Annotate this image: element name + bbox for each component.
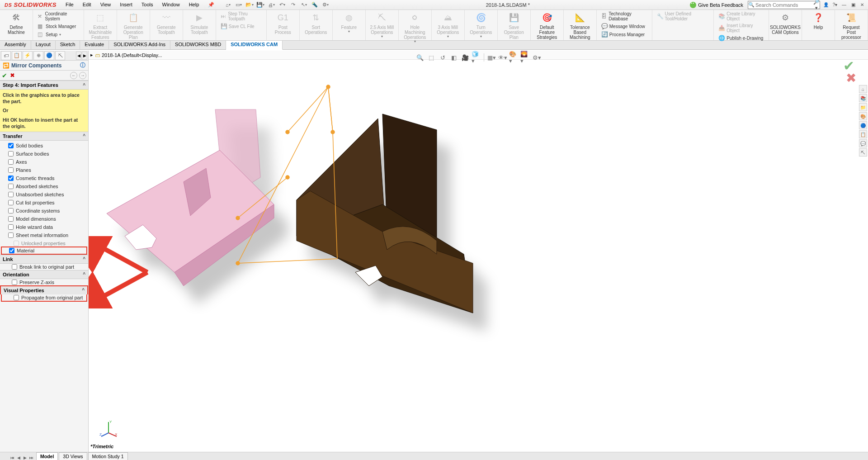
save-op-plan-button[interactable]: 💾Save Operation Plan xyxy=(500,11,528,41)
beta-feedback-button[interactable]: Give Beta Feedback xyxy=(690,2,743,8)
user-defined-tool-button[interactable]: 🔧User Defined Tool/Holder xyxy=(655,11,711,22)
config-manager-tab[interactable]: ⚡ xyxy=(23,51,33,60)
transfer-option-4[interactable]: Cosmetic threads xyxy=(1,175,87,181)
minimize-icon[interactable]: — xyxy=(840,1,848,9)
turn-operations-button[interactable]: 🌀Turn Operations▾ xyxy=(467,11,495,40)
transfer-option-0[interactable]: Solid bodies xyxy=(1,142,87,149)
visual-properties-header[interactable]: Visual Properties^ xyxy=(0,285,88,294)
coordinate-system-button[interactable]: ⤧Coordinate System xyxy=(36,11,81,22)
restore-icon[interactable]: ▣ xyxy=(849,1,857,9)
propagate-checkbox[interactable]: Propagate from original part xyxy=(2,294,86,301)
feature-tree-tab[interactable]: 🏷 xyxy=(1,51,11,60)
material-checkbox[interactable]: Material xyxy=(2,247,86,254)
save-icon[interactable]: 💾▾ xyxy=(256,1,265,9)
step-thru-toolpath-button[interactable]: ⏭Step Thru Toolpath xyxy=(219,11,264,22)
menu-pin-icon[interactable]: 📌 xyxy=(203,0,219,9)
link-header[interactable]: Link^ xyxy=(0,255,88,264)
define-machine-button[interactable]: 🛠Define Machine xyxy=(3,11,30,36)
sort-operations-button[interactable]: ⇅Sort Operations xyxy=(302,11,330,36)
transfer-option-11[interactable]: Sheet metal information xyxy=(1,232,87,238)
extract-features-button[interactable]: ⬚Extract Machinable Features xyxy=(87,11,114,41)
25axis-mill-button[interactable]: ⛏2.5 Axis Mill Operations▾ xyxy=(368,11,396,40)
custom-props-tab[interactable]: 📋 xyxy=(859,130,867,138)
setup-button[interactable]: ◫Setup ▾ xyxy=(36,31,81,38)
menu-edit[interactable]: Edit xyxy=(78,0,96,9)
user-icon[interactable]: 👤 xyxy=(822,1,830,9)
bottom-tab-motion-study[interactable]: Motion Study 1 xyxy=(88,452,128,460)
transfer-header[interactable]: Transfer^ xyxy=(0,132,88,141)
tab-sketch[interactable]: Sketch xyxy=(56,41,80,49)
new-icon[interactable]: ▭▾ xyxy=(234,1,243,9)
hole-machining-button[interactable]: ⭘Hole Machining Operations▾ xyxy=(401,11,429,45)
tab-addins[interactable]: SOLIDWORKS Add-Ins xyxy=(109,41,170,49)
create-library-object-button[interactable]: 📚Create Library Object xyxy=(717,11,766,22)
bottom-tab-model[interactable]: Model xyxy=(36,452,58,460)
step-header[interactable]: Step 4: Import Features^ xyxy=(0,81,88,90)
home-icon[interactable]: ⌂▾ xyxy=(223,1,232,9)
tab-scroll-left-icon[interactable]: ◀ xyxy=(76,52,81,60)
close-icon[interactable]: ✕ xyxy=(858,1,866,9)
bottom-tab-3dviews[interactable]: 3D Views xyxy=(59,452,87,460)
breadcrumb-expand-icon[interactable]: ▸ xyxy=(90,52,93,58)
tab-nav-first-icon[interactable]: ⏮ xyxy=(9,455,15,460)
orientation-triad[interactable]: Y X Z xyxy=(99,419,118,437)
help-dropdown-icon[interactable]: ?▾ xyxy=(831,1,839,9)
message-window-button[interactable]: 💬Message Window xyxy=(599,23,649,30)
transfer-option-2[interactable]: Axes xyxy=(1,159,87,165)
stock-manager-button[interactable]: ▦Stock Manager xyxy=(36,23,81,30)
select-icon[interactable]: ↖▾ xyxy=(299,1,308,9)
cancel-button[interactable]: ✖ xyxy=(10,72,15,79)
cam-options-button[interactable]: ⚙SOLIDWORKS CAM Options xyxy=(772,11,799,36)
tab-layout[interactable]: Layout xyxy=(31,41,56,49)
transfer-option-3[interactable]: Planes xyxy=(1,167,87,173)
design-library-tab[interactable]: 📚 xyxy=(859,94,867,102)
feature-button[interactable]: ◍Feature▾ xyxy=(335,11,363,35)
save-cl-file-button[interactable]: 💾Save CL File xyxy=(219,23,264,30)
options-icon[interactable]: ⚙▾ xyxy=(321,1,330,9)
publish-edrawing-button[interactable]: 🌐Publish e-Drawing xyxy=(717,34,766,42)
post-process-button[interactable]: G1Post Process xyxy=(269,11,297,36)
menu-insert[interactable]: Insert xyxy=(115,0,137,9)
menu-window[interactable]: Window xyxy=(158,0,184,9)
view-palette-tab[interactable]: 🎨 xyxy=(859,112,867,120)
command-search[interactable]: 🔍 🔎▾ xyxy=(748,1,820,9)
forum-tab[interactable]: 💬 xyxy=(859,139,867,147)
transfer-option-5[interactable]: Absorbed sketches xyxy=(1,183,87,190)
generate-op-plan-button[interactable]: 📋Generate Operation Plan xyxy=(120,11,147,41)
tab-scroll-right-icon[interactable]: ▶ xyxy=(82,52,87,60)
transfer-option-1[interactable]: Surface bodies xyxy=(1,151,87,157)
sw-resources-tab[interactable]: ⌂ xyxy=(859,85,867,93)
rebuild-icon[interactable]: 🔦 xyxy=(310,1,319,9)
tab-nav-prev-icon[interactable]: ◀ xyxy=(15,455,22,460)
appearances-tab[interactable]: 🔵 xyxy=(859,121,867,129)
pm-help-icon[interactable]: ⓘ xyxy=(80,62,85,69)
tab-cam[interactable]: SOLIDWORKS CAM xyxy=(226,41,283,50)
confirm-cancel-icon[interactable]: ✖ xyxy=(846,71,856,85)
ok-button[interactable]: ✔ xyxy=(2,72,7,79)
menu-file[interactable]: File xyxy=(61,0,78,9)
tab-nav-last-icon[interactable]: ⏭ xyxy=(28,455,34,460)
pm-forward-button[interactable]: → xyxy=(79,72,86,79)
dimxpert-tab[interactable]: ⊕ xyxy=(33,51,43,60)
ribbon-help-button[interactable]: ❓Help xyxy=(805,11,832,31)
preserve-z-axis-checkbox[interactable]: Preserve Z-axis xyxy=(0,279,88,285)
menu-help[interactable]: Help xyxy=(184,0,204,9)
simulate-toolpath-button[interactable]: ▶Simulate Toolpath xyxy=(186,11,213,36)
file-explorer-tab[interactable]: 📁 xyxy=(859,103,867,111)
menu-view[interactable]: View xyxy=(96,0,116,9)
print-icon[interactable]: 🖨▾ xyxy=(267,1,276,9)
transfer-option-10[interactable]: Hole wizard data xyxy=(1,224,87,230)
undo-icon[interactable]: ↶▾ xyxy=(278,1,287,9)
orientation-header[interactable]: Orientation^ xyxy=(0,270,88,279)
graphics-area[interactable]: ▸ 🗃 2018-1A (Default<Display... 🔍 ⬚ ↺ ◧ … xyxy=(89,51,868,452)
3axis-mill-button[interactable]: ⛰3 Axis Mill Operations▾ xyxy=(434,11,462,40)
cam-pane-tab[interactable]: ⛏ xyxy=(859,148,867,156)
property-manager-tab[interactable]: 📋 xyxy=(12,51,22,60)
search-input[interactable] xyxy=(755,2,813,8)
open-icon[interactable]: 📂▾ xyxy=(245,1,254,9)
tab-evaluate[interactable]: Evaluate xyxy=(80,41,109,49)
display-manager-tab[interactable]: 🔵 xyxy=(44,51,54,60)
insert-library-object-button[interactable]: 📥Insert Library Object xyxy=(717,23,766,33)
redo-icon[interactable]: ↷ xyxy=(288,1,297,9)
menu-tools[interactable]: Tools xyxy=(137,0,158,9)
